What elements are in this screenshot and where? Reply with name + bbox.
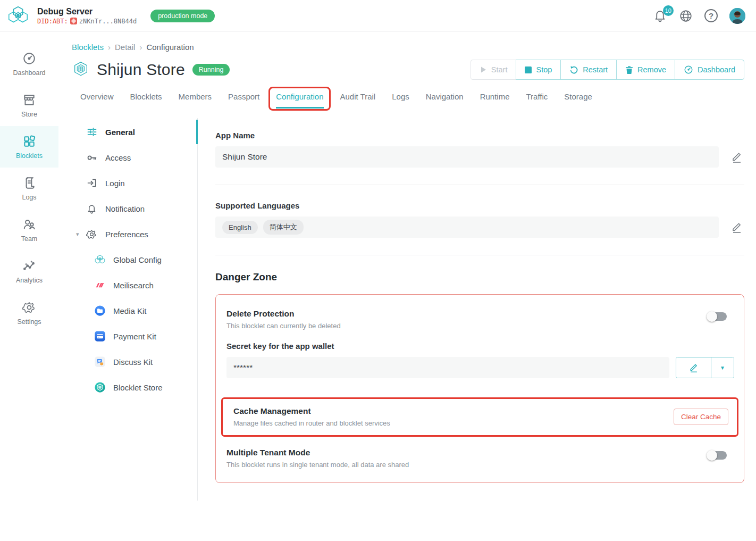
chevron-down-icon: ▾ xyxy=(76,231,79,238)
delete-protection-toggle[interactable] xyxy=(707,311,727,322)
tab-logs[interactable]: Logs xyxy=(392,92,409,109)
stop-icon xyxy=(525,66,532,73)
tab-traffic[interactable]: Traffic xyxy=(526,92,548,109)
locale-globe-icon[interactable] xyxy=(679,9,693,23)
config-menu-media-kit[interactable]: Media Kit xyxy=(72,298,197,323)
user-avatar[interactable] xyxy=(729,8,745,24)
edit-secret-key-button[interactable] xyxy=(676,357,711,378)
config-menu-discuss-kit[interactable]: Discuss Kit xyxy=(72,349,197,374)
config-menu-blocklet-store[interactable]: Blocklet Store xyxy=(72,374,197,400)
breadcrumb-configuration: Configuration xyxy=(146,43,194,52)
config-menu-notification[interactable]: Notification xyxy=(72,196,197,221)
detail-tabs: Overview Blocklets Members Passport Conf… xyxy=(72,80,744,109)
breadcrumb-detail[interactable]: Detail xyxy=(115,43,135,52)
edit-languages-icon[interactable] xyxy=(730,220,744,234)
notification-count-badge: 10 xyxy=(663,5,674,16)
trash-icon xyxy=(625,65,633,74)
tab-audit-trail[interactable]: Audit Trail xyxy=(340,92,376,109)
discuss-kit-icon xyxy=(94,356,106,368)
edit-app-name-icon[interactable] xyxy=(730,150,744,164)
sidebar-item-analytics[interactable]: Analytics xyxy=(0,251,58,292)
logs-icon xyxy=(22,176,36,190)
content-area: Blocklets › Detail › Configuration Shiju… xyxy=(58,32,756,541)
config-menu-payment-kit[interactable]: Payment Kit xyxy=(72,323,197,349)
clear-cache-button[interactable]: Clear Cache xyxy=(674,409,728,425)
languages-field[interactable]: English 简体中文 xyxy=(215,217,719,238)
gauge-icon xyxy=(684,65,693,74)
server-title: Debug Server xyxy=(37,7,137,16)
tab-blocklets[interactable]: Blocklets xyxy=(130,92,162,109)
status-badge: Running xyxy=(192,64,230,76)
config-menu-global-config[interactable]: Global Config xyxy=(72,247,197,272)
store-icon xyxy=(22,93,36,107)
tab-runtime[interactable]: Runtime xyxy=(480,92,510,109)
language-chip-english: English xyxy=(222,221,258,234)
did-prefix: DID:ABT: xyxy=(37,18,68,25)
sidebar-item-settings[interactable]: Settings xyxy=(0,292,58,334)
blocklet-store-icon xyxy=(94,381,106,393)
notifications-bell-icon[interactable]: 10 xyxy=(653,9,667,23)
tenant-mode-toggle[interactable] xyxy=(707,450,727,461)
bell-icon xyxy=(86,203,97,214)
restart-icon xyxy=(569,65,578,74)
brand-block: Debug Server DID:ABT: zNKnTr...8N844d xyxy=(37,7,137,25)
start-button[interactable]: Start xyxy=(471,60,517,80)
global-config-icon xyxy=(94,254,106,265)
config-menu-general[interactable]: General xyxy=(72,119,197,145)
config-menu-preferences[interactable]: ▾ Preferences xyxy=(72,221,197,247)
tab-storage[interactable]: Storage xyxy=(564,92,592,109)
help-icon[interactable]: ? xyxy=(704,9,718,22)
configuration-menu: General Access Login xyxy=(72,118,198,501)
server-did: DID:ABT: zNKnTr...8N844d xyxy=(37,18,137,25)
tenant-mode-title: Multiple Tenant Mode xyxy=(226,448,707,457)
team-icon xyxy=(22,218,36,231)
danger-zone-heading: Danger Zone xyxy=(215,271,744,283)
tab-configuration[interactable]: Configuration xyxy=(276,92,323,109)
sidebar-item-blocklets[interactable]: Blocklets xyxy=(0,126,58,168)
sidebar-item-team[interactable]: Team xyxy=(0,209,58,251)
media-kit-icon xyxy=(94,305,106,317)
analytics-icon xyxy=(22,259,36,273)
preferences-gear-icon xyxy=(86,229,97,240)
cache-management-row: Cache Management Manage files cached in … xyxy=(221,397,738,437)
tab-navigation[interactable]: Navigation xyxy=(426,92,464,109)
secret-key-dropdown-button[interactable]: ▼ xyxy=(711,357,734,378)
remove-button[interactable]: Remove xyxy=(616,60,675,80)
sidebar-item-store[interactable]: Store xyxy=(0,85,58,126)
delete-protection-title: Delete Protection xyxy=(226,309,707,319)
cache-management-desc: Manage files cached in router and blockl… xyxy=(233,419,674,427)
open-dashboard-button[interactable]: Dashboard xyxy=(675,60,744,80)
sidebar-item-logs[interactable]: Logs xyxy=(0,168,58,209)
settings-gear-icon xyxy=(22,301,36,314)
dashboard-icon xyxy=(22,52,36,65)
blocklet-app-icon xyxy=(72,61,90,79)
tab-members[interactable]: Members xyxy=(179,92,212,109)
secret-key-label: Secret key for the app wallet xyxy=(226,342,734,351)
secret-key-field[interactable]: ****** xyxy=(226,357,669,378)
tab-passport[interactable]: Passport xyxy=(228,92,259,109)
app-header: Debug Server DID:ABT: zNKnTr...8N844d pr… xyxy=(0,0,756,32)
tab-overview[interactable]: Overview xyxy=(80,92,114,109)
secret-key-block: Secret key for the app wallet ****** ▼ xyxy=(216,334,744,381)
configuration-form: App Name Shijun Store Supported Language… xyxy=(198,118,744,501)
blocklets-icon xyxy=(22,135,36,148)
config-menu-login[interactable]: Login xyxy=(72,170,197,196)
languages-label: Supported Languages xyxy=(215,201,744,210)
restart-button[interactable]: Restart xyxy=(560,60,617,80)
play-icon xyxy=(480,66,487,73)
delete-protection-desc: This blocklet can currently be deleted xyxy=(226,322,707,330)
tune-icon xyxy=(86,127,97,138)
did-identicon-icon xyxy=(70,18,77,24)
config-menu-access[interactable]: Access xyxy=(72,145,197,170)
danger-zone-box: Delete Protection This blocklet can curr… xyxy=(215,294,744,483)
breadcrumb-blocklets[interactable]: Blocklets xyxy=(72,43,104,52)
sidebar-item-dashboard[interactable]: Dashboard xyxy=(0,43,58,85)
server-logo-icon[interactable] xyxy=(3,1,33,31)
meilisearch-icon xyxy=(94,279,106,291)
delete-protection-row: Delete Protection This blocklet can curr… xyxy=(216,300,744,334)
stop-button[interactable]: Stop xyxy=(516,60,561,80)
language-chip-chinese: 简体中文 xyxy=(263,220,304,235)
app-name-field[interactable]: Shijun Store xyxy=(215,146,719,168)
config-menu-meilisearch[interactable]: Meilisearch xyxy=(72,272,197,298)
payment-kit-icon xyxy=(94,330,106,342)
